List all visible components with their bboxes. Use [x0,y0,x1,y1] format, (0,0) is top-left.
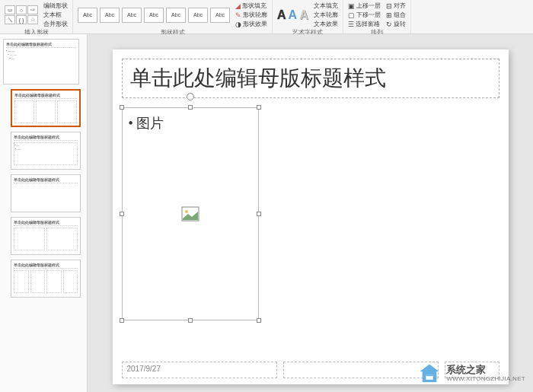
group-button[interactable]: ⊞组合 [386,11,406,19]
wordart-preset[interactable]: A [299,8,308,22]
resize-handle[interactable] [257,105,261,110]
text-outline-button[interactable]: 文本轮廓 [314,11,338,19]
master-thumbnail[interactable]: 单击此处编辑母版标题样式 • — — • — — • — [3,39,79,84]
resize-handle[interactable] [120,105,124,110]
thumb-title: 单击此处编辑母版标题样式 [6,42,76,48]
shape-rect-icon[interactable]: ▭ [5,5,15,14]
shape-effects-button[interactable]: ◑形状效果 [235,20,267,28]
footer-placeholder[interactable] [283,362,439,378]
date-placeholder[interactable]: 2017/9/27 [122,362,277,378]
resize-handle[interactable] [120,212,124,216]
wordart-preset[interactable]: A [289,8,298,22]
bring-forward-icon: ▣ [348,2,355,10]
shape-style-preset[interactable]: Abc [122,8,142,23]
shape-star-icon[interactable]: ☆ [27,15,38,24]
title-text: 单击此处编辑母版标题样式 [130,66,386,90]
resize-handle[interactable] [257,212,261,216]
shape-style-preset[interactable]: Abc [210,8,230,23]
slide-thumbnail-panel[interactable]: 单击此处编辑母版标题样式 • — — • — — • — 单击此处编辑母版标题样… [0,34,88,392]
align-button[interactable]: ⊟对齐 [386,2,406,10]
slide-editor[interactable]: 单击此处编辑母版标题样式 • 图片 [88,34,533,392]
rotate-handle[interactable] [187,93,194,100]
shape-arrow-icon[interactable]: ⇨ [27,5,38,14]
layout-thumbnail[interactable]: 单击此处编辑母版标题样式 • — • — [11,132,81,170]
slide-number-placeholder[interactable] [445,362,499,378]
thumb-title: 单击此处编辑母版标题样式 [14,177,78,183]
thumb-title: 单击此处编辑母版标题样式 [14,135,78,141]
edit-shape-button[interactable]: 编辑形状 [43,2,68,10]
shape-style-preset[interactable]: Abc [144,8,164,23]
text-fill-button[interactable]: 文本填充 [314,2,338,10]
slide-canvas[interactable]: 单击此处编辑母版标题样式 • 图片 [113,49,509,384]
group-icon: ⊞ [386,11,392,19]
shape-oval-icon[interactable]: ○ [16,5,27,14]
thumb-title: 单击此处编辑母版标题样式 [14,263,78,269]
shape-line-icon[interactable]: ＼ [5,15,15,24]
shape-outline-button[interactable]: ✎形状轮廓 [235,11,267,19]
rotate-icon: ↻ [386,21,392,28]
resize-handle[interactable] [257,318,261,323]
content-placeholder-selected[interactable]: • 图片 [122,107,259,320]
ribbon-group-insert-shapes: ▭ ○ ⇨ ＼ { } ☆ 编辑形状 文本框 合并形状 插入形状 [0,0,73,33]
shape-style-preset[interactable]: Abc [166,8,186,23]
selection-pane-icon: ☰ [348,21,354,28]
resize-handle[interactable] [188,318,193,323]
layout-thumbnail[interactable]: 单击此处编辑母版标题样式 [11,174,81,212]
shape-fill-button[interactable]: ◢形状填充 [235,2,267,10]
ribbon: ▭ ○ ⇨ ＼ { } ☆ 编辑形状 文本框 合并形状 插入形状 Abc Abc [0,0,533,34]
selection-pane-button[interactable]: ☰选择窗格 [348,20,381,28]
title-placeholder[interactable]: 单击此处编辑母版标题样式 [122,59,499,98]
rotate-button[interactable]: ↻旋转 [386,20,406,28]
shape-style-preset[interactable]: Abc [78,8,97,23]
thumb-title: 单击此处编辑母版标题样式 [14,220,78,226]
align-icon: ⊟ [386,2,392,10]
send-backward-button[interactable]: ▢下移一层 [348,11,381,19]
merge-shapes-button[interactable]: 合并形状 [43,20,68,28]
shape-style-preset[interactable]: Abc [188,8,208,23]
resize-handle[interactable] [188,105,193,110]
effects-icon: ◑ [235,21,241,28]
main-area: 单击此处编辑母版标题样式 • — — • — — • — 单击此处编辑母版标题样… [0,34,533,392]
text-effects-button[interactable]: 文本效果 [314,20,338,28]
shape-style-preset[interactable]: Abc [100,8,120,23]
resize-handle[interactable] [120,318,124,323]
wordart-preset[interactable]: A [277,8,286,22]
bring-forward-button[interactable]: ▣上移一层 [348,2,381,10]
text-box-button[interactable]: 文本框 [43,11,68,19]
ribbon-group-wordart-styles: A A A 文本填充 文本轮廓 文本效果 艺术字样式 [273,0,343,33]
layout-thumbnail[interactable]: 单击此处编辑母版标题样式 [11,89,81,127]
svg-point-1 [185,210,188,213]
content-bullet-text: • 图片 [129,114,252,132]
pencil-icon: ✎ [235,11,241,19]
ribbon-group-arrange: ▣上移一层 ▢下移一层 ☰选择窗格 ⊟对齐 ⊞组合 ↻旋转 排列 [343,0,411,33]
shape-brace-icon[interactable]: { } [16,15,27,24]
thumb-title: 单击此处编辑母版标题样式 [14,93,77,99]
ribbon-group-shape-styles: Abc Abc Abc Abc Abc Abc Abc ◢形状填充 ✎形状轮廓 … [73,0,273,33]
bucket-icon: ◢ [235,2,241,10]
layout-thumbnail[interactable]: 单击此处编辑母版标题样式 [11,217,81,255]
send-backward-icon: ▢ [348,11,355,19]
picture-placeholder-icon[interactable] [181,206,199,221]
layout-thumbnail[interactable]: 单击此处编辑母版标题样式 [11,260,81,298]
